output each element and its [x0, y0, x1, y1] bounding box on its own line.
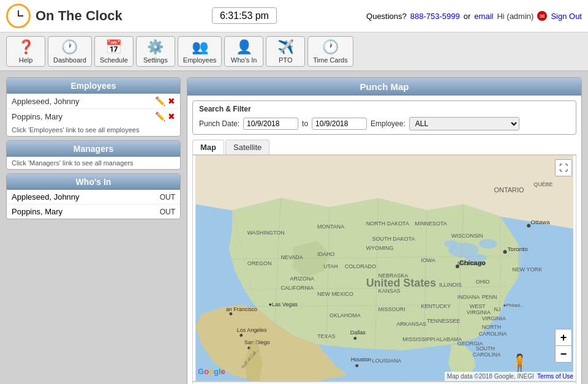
svg-text:Toronto: Toronto [507, 246, 528, 252]
whos-in-row: Poppins, Mary OUT [7, 205, 180, 219]
delete-employee-icon[interactable]: ✖ [168, 111, 175, 121]
employee-select[interactable]: ALL [409, 117, 519, 130]
time-cards-icon: 🕐 [322, 39, 339, 55]
delete-employee-icon[interactable]: ✖ [168, 96, 175, 106]
svg-text:WASHINGTON: WASHINGTON [247, 230, 285, 236]
header: On The Clock 6:31:53 pm Questions? 888-7… [0, 0, 588, 32]
svg-text:COLORADO: COLORADO [345, 263, 376, 269]
search-filter-row: Punch Date: to Employee: ALL [199, 117, 570, 130]
svg-point-2 [479, 239, 497, 249]
svg-text:NORTH: NORTH [482, 324, 502, 330]
svg-text:OHIO: OHIO [476, 279, 490, 285]
sign-out-link[interactable]: Sign Out [551, 12, 582, 21]
employee-actions: ✏️ ✖ [155, 96, 175, 106]
svg-text:WYOMING: WYOMING [366, 245, 394, 251]
edit-employee-icon[interactable]: ✏️ [155, 111, 165, 121]
whos-in-panel: Who's In Appleseed, Johnny OUTPoppins, M… [6, 173, 181, 219]
toolbar: ❓Help🕐Dashboard📅Schedule⚙️Settings👥Emplo… [0, 32, 588, 71]
email-link[interactable]: email [474, 12, 493, 21]
svg-text:CAROLINA: CAROLINA [473, 352, 501, 358]
schedule-icon: 📅 [105, 39, 122, 55]
employees-header[interactable]: Employees [7, 78, 180, 94]
date-from-input[interactable] [243, 118, 298, 130]
nav-btn-dashboard[interactable]: 🕐Dashboard [48, 36, 92, 67]
pto-icon: ✈️ [277, 39, 294, 55]
zoom-out-button[interactable]: − [555, 345, 572, 363]
whos-in-name: Appleseed, Johnny [12, 192, 80, 201]
date-to-input[interactable] [312, 118, 367, 130]
svg-text:SOUTH: SOUTH [476, 345, 495, 352]
employee-row: Appleseed, Johnny ✏️ ✖ [7, 94, 180, 109]
logo-icon [6, 4, 31, 28]
nav-btn-pto[interactable]: ✈️PTO [266, 36, 305, 67]
svg-point-70 [239, 334, 243, 337]
svg-text:IDAHO: IDAHO [317, 251, 334, 257]
svg-text:MINNESOTA: MINNESOTA [415, 220, 447, 227]
svg-text:Chicago: Chicago [459, 259, 486, 266]
nav-btn-whos-in[interactable]: 👤Who's In [224, 36, 263, 67]
employee-list: Appleseed, Johnny ✏️ ✖ Poppins, Mary ✏️ … [7, 94, 180, 124]
nav-btn-employees[interactable]: 👥Employees [178, 36, 222, 67]
punch-map-container: Punch Map Search & Filter Punch Date: to… [187, 77, 582, 384]
svg-text:TENNESSEE: TENNESSEE [427, 318, 460, 325]
main-content: Employees Appleseed, Johnny ✏️ ✖ Poppins… [0, 71, 588, 384]
nav-btn-settings[interactable]: ⚙️Settings [136, 36, 175, 67]
edit-employee-icon[interactable]: ✏️ [155, 96, 165, 106]
svg-text:TEXAS: TEXAS [317, 333, 335, 339]
questions-label: Questions? [366, 12, 407, 21]
svg-text:MISSISSIPPI: MISSISSIPPI [402, 336, 435, 342]
employee-name: Poppins, Mary [12, 112, 62, 121]
managers-note: Click 'Managers' link to see all manager… [7, 157, 180, 169]
svg-text:Dallas: Dallas [350, 329, 366, 336]
nav-btn-help[interactable]: ❓Help [6, 36, 45, 67]
svg-text:United States: United States [366, 277, 436, 289]
zoom-in-button[interactable]: + [555, 329, 572, 346]
top-right-area: Questions? 888-753-5999 or email Hi (adm… [366, 11, 582, 21]
svg-text:🧍: 🧍 [509, 353, 530, 373]
map-credit: Map data ©2018 Google, INEGI Terms of Us… [445, 372, 576, 381]
svg-text:NEW YORK: NEW YORK [512, 266, 542, 273]
employees-note: Click 'Employees' link to see all employ… [7, 124, 180, 136]
svg-text:MISSOURI: MISSOURI [379, 306, 405, 312]
punch-map-title: Punch Map [187, 78, 581, 96]
svg-text:Houston: Houston [351, 356, 371, 363]
svg-text:VIRGINIA: VIRGINIA [467, 309, 491, 315]
tab-map[interactable]: Map [192, 140, 224, 154]
svg-point-77 [355, 364, 358, 367]
whos-in-name: Poppins, Mary [12, 207, 62, 216]
whos-in-header[interactable]: Who's In [7, 174, 180, 190]
svg-text:PENN: PENN [482, 294, 497, 300]
svg-text:WEST: WEST [470, 303, 486, 309]
svg-text:Los Angeles: Los Angeles [237, 327, 267, 333]
or-label: or [464, 12, 471, 21]
svg-text:SOUTH DAKOTA: SOUTH DAKOTA [372, 236, 415, 242]
svg-text:VIRGINIA: VIRGINIA [482, 315, 506, 322]
svg-text:WISCONSIN: WISCONSIN [451, 233, 483, 239]
managers-header[interactable]: Managers [7, 141, 180, 157]
logo-area: On The Clock [6, 4, 123, 28]
employees-icon: 👥 [192, 39, 208, 55]
svg-text:QUÉBE: QUÉBE [533, 181, 552, 187]
employee-name: Appleseed, Johnny [12, 97, 80, 106]
svg-point-4 [444, 240, 459, 247]
logo-text: On The Clock [36, 8, 123, 24]
svg-text:LOUISIANA: LOUISIANA [372, 358, 402, 364]
svg-text:MONTANA: MONTANA [317, 224, 344, 230]
phone-link[interactable]: 888-753-5999 [410, 12, 460, 21]
terms-link[interactable]: Terms of Use [537, 373, 573, 380]
mail-notification-icon[interactable]: ✉ [537, 11, 547, 21]
nav-btn-schedule[interactable]: 📅Schedule [94, 36, 134, 67]
punch-date-label: Punch Date: [199, 119, 239, 128]
tab-satellite[interactable]: Satellite [225, 140, 270, 154]
svg-text:KENTUCKY: KENTUCKY [421, 303, 451, 309]
fullscreen-button[interactable]: ⛶ [555, 159, 572, 176]
svg-text:NEVADA: NEVADA [281, 254, 303, 260]
svg-text:ARIZONA: ARIZONA [290, 276, 314, 282]
search-filter-legend: Search & Filter [199, 105, 570, 113]
svg-text:ILLINOIS: ILLINOIS [439, 282, 462, 288]
svg-text:●Las Vegas: ●Las Vegas [269, 301, 298, 307]
map-area: ONTARIO QUÉBE OREGON WASHINGTON MONTANA … [192, 155, 576, 382]
nav-btn-time-cards[interactable]: 🕐Time Cards [307, 36, 353, 67]
map-zoom-controls: + − [555, 329, 572, 363]
search-filter-box: Search & Filter Punch Date: to Employee:… [192, 100, 576, 135]
